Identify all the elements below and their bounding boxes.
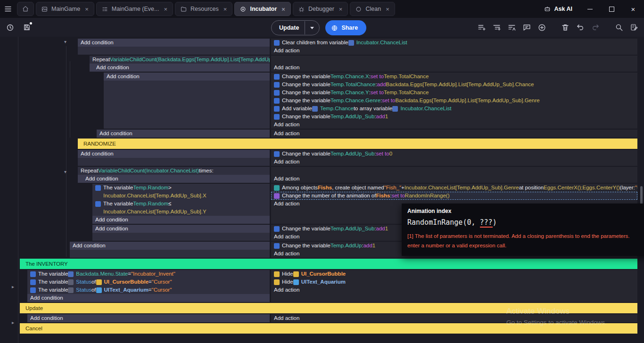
tab-resources[interactable]: Resources × [175, 2, 232, 16]
text-segment: "UI" [635, 184, 637, 192]
text-segment: UI_CursorBubble [104, 278, 149, 286]
condition-line[interactable]: Incubator.ChanceList[Temp.AddUp_Sub].X [92, 192, 270, 200]
maximize-button[interactable] [601, 0, 622, 18]
tab-close-icon[interactable]: × [339, 6, 343, 13]
tab-maingame-scene[interactable]: MainGame × [36, 2, 94, 16]
add-condition-button[interactable]: Add condition [27, 314, 270, 322]
collapse-chevron[interactable]: ▾ [64, 40, 66, 44]
condition-line[interactable]: The variable Temp.Random > [92, 184, 270, 192]
add-other-event-icon[interactable] [505, 21, 518, 33]
action-line[interactable]: Hide UIText_Aquarium [271, 278, 637, 286]
comment-event[interactable]: The INVENTORY [20, 259, 637, 269]
menu-icon[interactable] [0, 0, 16, 18]
search-icon[interactable] [613, 21, 625, 33]
condition-line[interactable]: The variable Status of UI_CursorBubble =… [27, 278, 270, 286]
action-line[interactable]: Change the variable Temp.AddUp_Sub: set … [271, 150, 637, 158]
chevron-down-icon[interactable] [305, 27, 319, 29]
tab-clean[interactable]: Clean × [350, 2, 395, 16]
text-segment: Among objects [282, 184, 318, 192]
minimize-button[interactable] [579, 0, 601, 18]
add-action-button[interactable]: Add action [271, 121, 637, 129]
add-event-icon[interactable] [475, 21, 487, 33]
add-condition-button[interactable]: Add condition [27, 294, 270, 302]
undo-icon[interactable] [574, 21, 586, 33]
text-segment: Temp.AddUp_Sub [330, 225, 374, 233]
condition-line[interactable]: Repeat VariableChildCount(Incubator.Chan… [78, 167, 270, 175]
tab-close-icon[interactable]: × [281, 6, 286, 13]
text-segment: Backdata.Eggs[Temp.AddUp].List[Temp.AddU… [386, 81, 534, 89]
action-line[interactable]: Hide UI_CursorBubble [271, 270, 637, 278]
delete-icon[interactable] [559, 21, 571, 33]
condition-line[interactable]: The variable Status of UIText_Aquarium =… [27, 286, 270, 294]
collapse-chevron[interactable]: ▸ [12, 320, 14, 325]
add-condition-button[interactable]: Add condition [70, 242, 270, 250]
close-button[interactable]: × [622, 0, 644, 18]
add-condition-button[interactable]: Add condition [78, 175, 270, 183]
history-icon[interactable] [3, 20, 17, 34]
actions-panel: Change the variable Temp.Chance.X: set t… [271, 73, 637, 129]
add-action-button[interactable]: Add action [271, 158, 637, 166]
text-segment: Incubator.ChanceList[Temp.AddUp_Sub].Y [103, 208, 206, 216]
add-action-button[interactable]: Add action [271, 286, 637, 294]
text-segment: Change the number of the animation of [282, 192, 376, 200]
add-more-icon[interactable] [536, 21, 548, 33]
text-segment: times: [199, 167, 214, 175]
save-icon[interactable] [20, 20, 34, 34]
action-line[interactable]: Clear children from variable Incubator.C… [271, 39, 637, 47]
action-line[interactable]: Add variable Temp.Chance to array variab… [271, 105, 637, 113]
action-line[interactable]: Change the variable Temp.Chance.Genre: s… [271, 97, 637, 105]
activate-windows-watermark: Activate Windows [506, 307, 570, 316]
add-condition-button[interactable]: Add condition [90, 64, 270, 72]
condition-line[interactable]: Incubator.ChanceList[Temp.AddUp_Sub].Y [92, 208, 270, 216]
add-condition-button[interactable]: Add condition [92, 216, 270, 224]
text-segment: Repeat [92, 56, 110, 64]
text-segment: Status [76, 278, 91, 286]
add-action-button[interactable]: Add action [271, 47, 637, 55]
add-action-button[interactable]: Add action [271, 130, 637, 138]
tab-home[interactable] [17, 2, 34, 16]
redo-icon[interactable] [589, 21, 602, 33]
action-line[interactable] [271, 167, 637, 175]
behavior-icon [68, 287, 74, 293]
add-action-button[interactable]: Add action [271, 175, 637, 183]
text-segment: Add condition [95, 216, 128, 224]
add-condition-button[interactable]: Add condition [92, 225, 270, 233]
create-object-icon [274, 185, 280, 191]
action-line[interactable]: Change the number of the animation of Fi… [271, 192, 637, 200]
action-line[interactable]: Change the variable Temp.Chance.X: set t… [271, 73, 637, 81]
add-comment-icon[interactable] [520, 21, 533, 33]
tab-close-icon[interactable]: × [223, 6, 228, 13]
condition-line[interactable]: The variable Temp.Random ≤ [92, 200, 270, 208]
conditions-panel: Repeat VariableChildCount(Backdata.Eggs[… [90, 56, 270, 72]
tab-close-icon[interactable]: × [84, 6, 89, 13]
condition-line[interactable]: The variable Backdata.Menu.State = "Incu… [27, 270, 270, 278]
tab-incubator[interactable]: Incubator × [234, 2, 291, 16]
collapse-chevron[interactable]: ▸ [12, 285, 14, 289]
tab-debugger[interactable]: Debugger × [293, 2, 348, 16]
collapse-chevron[interactable]: ▾ [64, 170, 66, 174]
text-segment: Clear children from variable [282, 39, 348, 47]
condition-line[interactable]: Repeat VariableChildCount(Backdata.Eggs[… [90, 56, 270, 64]
action-line[interactable]: Change the variable Temp.Chance.Y: set t… [271, 89, 637, 97]
ask-ai-button[interactable]: Ask AI [544, 5, 572, 13]
tab-close-icon[interactable]: × [385, 6, 390, 13]
add-action-button[interactable]: Add action [271, 64, 637, 72]
action-line[interactable]: Change the variable Temp.AddUp_Sub: add … [271, 113, 637, 121]
add-condition-button[interactable]: Add condition [78, 39, 270, 47]
action-line[interactable]: Change the variable Temp.TotalChance: ad… [271, 81, 637, 89]
add-subevent-icon[interactable] [490, 21, 503, 33]
action-line[interactable]: Among objects Fishs, create object named… [271, 184, 637, 192]
share-button[interactable]: Share [325, 20, 366, 35]
comment-event[interactable]: RANDOMIZE [78, 139, 637, 149]
update-button[interactable]: Update [271, 20, 320, 35]
add-condition-button[interactable]: Add condition [78, 150, 270, 158]
add-condition-button[interactable]: Add condition [97, 130, 270, 138]
text-segment: Add condition [99, 130, 132, 138]
edit-events-icon[interactable] [628, 21, 640, 33]
add-condition-button[interactable]: Add condition [104, 73, 270, 81]
comment-label: Update [25, 305, 43, 311]
tab-maingame-events[interactable]: MainGame (Eve... × [96, 2, 173, 16]
tab-close-icon[interactable]: × [163, 6, 168, 13]
action-line[interactable] [271, 56, 637, 64]
actions-panel: Hide UI_CursorBubbleHide UIText_Aquarium… [271, 270, 637, 302]
